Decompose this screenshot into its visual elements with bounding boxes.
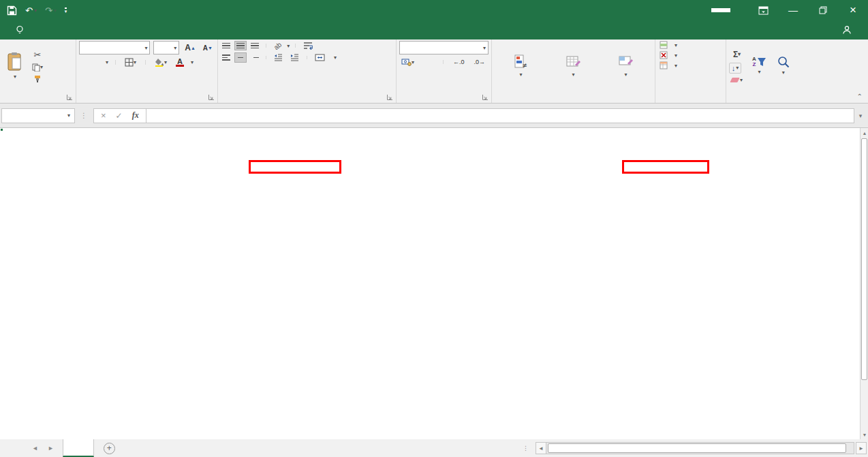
minimize-button[interactable]: — [778, 0, 808, 20]
sort-filter-button[interactable]: AZ ▾ [749, 57, 770, 76]
svg-text:≠: ≠ [523, 61, 527, 69]
annotation-box-composition [249, 160, 341, 174]
decrease-decimal-icon[interactable]: .0→ [472, 58, 488, 66]
cut-icon[interactable]: ✂ [30, 49, 45, 61]
person-icon [842, 25, 852, 35]
enter-icon[interactable]: ✓ [116, 111, 123, 121]
font-name-select[interactable]: ▾ [79, 41, 150, 54]
restore-button[interactable] [808, 0, 838, 20]
expand-formula-bar-icon[interactable]: ▾ [854, 112, 867, 119]
italic-button[interactable] [88, 62, 92, 63]
fill-color-icon[interactable]: ▾ [153, 57, 169, 67]
merge-center-icon[interactable] [313, 53, 327, 62]
clear-icon[interactable]: ▾ [729, 76, 745, 84]
formula-input[interactable] [146, 108, 854, 123]
cell-styles-icon [618, 54, 634, 70]
increase-font-icon[interactable]: A▲ [183, 42, 198, 53]
redo-button[interactable]: ↷▾ [45, 5, 57, 16]
dialog-launcher-number[interactable] [482, 95, 488, 101]
group-editing: Σ ▾ ↓▾ ▾ AZ ▾ ▾ ⌃ [726, 40, 868, 103]
dialog-launcher-alignment[interactable] [386, 95, 392, 101]
sheet-nav-right-icon[interactable]: ► [43, 439, 59, 457]
paste-button[interactable]: ▾ [3, 52, 27, 81]
horizontal-scrollbar[interactable] [546, 442, 854, 454]
dialog-launcher-clipboard[interactable] [66, 95, 72, 101]
increase-decimal-icon[interactable]: ←.0 [451, 58, 467, 66]
vertical-scroll-thumb[interactable] [861, 138, 867, 380]
sheet-tab-composicoes[interactable] [63, 439, 94, 457]
group-font: ▾ ▾ A▲ A▼ ▾ ▾ ▾ A▾ [76, 40, 218, 103]
worksheet: ▲ ▼ [0, 128, 868, 439]
customize-qat-button[interactable]: ▾ [65, 7, 67, 13]
delete-cells-button[interactable]: ▾ [660, 51, 677, 59]
horizontal-scroll-thumb[interactable] [548, 443, 846, 453]
autosum-icon[interactable]: Σ ▾ [729, 49, 745, 60]
comma-style-icon[interactable] [431, 61, 435, 63]
scroll-up-icon[interactable]: ▲ [861, 128, 868, 138]
fill-handle[interactable] [0, 128, 3, 131]
copy-icon[interactable]: ▾ [30, 63, 45, 72]
magnifier-icon [777, 56, 790, 68]
hscroll-left-icon[interactable]: ◄ [536, 442, 546, 454]
align-bottom-icon[interactable] [249, 42, 260, 50]
sort-filter-icon: AZ [752, 57, 766, 67]
align-left-icon[interactable] [221, 53, 232, 62]
lightbulb-icon [15, 25, 25, 35]
group-alignment: ab▾ ▾ [218, 40, 397, 103]
insert-function-icon[interactable]: fx [132, 110, 139, 121]
group-number: ▾ ▾ ←.0 .0→ [397, 40, 492, 103]
borders-icon[interactable]: ▾ [123, 57, 138, 67]
ribbon-tab-bar [0, 20, 868, 40]
sign-in-button[interactable] [711, 8, 730, 12]
percent-style-icon[interactable] [422, 61, 426, 63]
increase-indent-icon[interactable] [288, 53, 301, 62]
underline-button[interactable] [97, 62, 101, 63]
fill-icon[interactable]: ↓▾ [729, 63, 741, 74]
cell-styles-button[interactable]: ▾ [615, 54, 638, 79]
align-center-icon[interactable] [235, 53, 246, 62]
format-painter-icon[interactable] [30, 74, 45, 84]
decrease-font-icon[interactable]: A▼ [201, 44, 215, 52]
ribbon-display-options-button[interactable] [748, 0, 778, 20]
dialog-launcher-font[interactable] [208, 95, 214, 101]
number-format-select[interactable]: ▾ [399, 41, 489, 54]
format-as-table-button[interactable]: ▾ [562, 54, 585, 79]
tell-me-box[interactable] [15, 20, 29, 40]
share-button[interactable] [842, 20, 868, 40]
annotation-box-insumos [622, 160, 709, 174]
active-cell-outline[interactable] [0, 128, 3, 131]
find-select-button[interactable]: ▾ [774, 56, 793, 77]
font-color-icon[interactable]: A [174, 57, 186, 67]
formula-bar-splitter[interactable]: ⋮ [80, 112, 88, 119]
font-size-select[interactable]: ▾ [153, 41, 179, 54]
undo-button[interactable]: ↶▾ [25, 5, 37, 16]
scroll-down-icon[interactable]: ▼ [861, 430, 868, 439]
insert-cells-button[interactable]: ▾ [660, 41, 677, 49]
format-as-table-icon [565, 54, 582, 70]
decrease-indent-icon[interactable] [272, 53, 285, 62]
conditional-formatting-icon: ≠ [513, 54, 529, 70]
vertical-scrollbar[interactable]: ▲ ▼ [860, 128, 868, 439]
accounting-format-icon[interactable]: ▾ [399, 57, 416, 67]
close-button[interactable]: × [838, 0, 868, 20]
cancel-icon[interactable]: × [101, 110, 106, 121]
align-middle-icon[interactable] [235, 42, 246, 50]
align-right-icon[interactable] [249, 53, 260, 62]
save-icon[interactable] [7, 5, 17, 16]
wrap-text-icon[interactable] [301, 41, 315, 50]
sheet-tab-bar: ◄ ► + ⋮ ◄ ► [0, 439, 868, 457]
title-bar: ↶▾ ↷▾ ▾ — × [0, 0, 868, 20]
name-box[interactable]: ▾ [1, 108, 75, 123]
bold-button[interactable] [79, 62, 83, 63]
conditional-formatting-button[interactable]: ≠ ▾ [510, 54, 533, 79]
collapse-ribbon-icon[interactable]: ⌃ [857, 93, 863, 100]
orientation-icon[interactable]: ab [270, 39, 285, 53]
hscroll-right-icon[interactable]: ► [856, 442, 867, 454]
new-sheet-button[interactable]: + [104, 443, 115, 454]
group-cells: ▾ ▾ ▾ [655, 40, 726, 103]
align-top-icon[interactable] [221, 42, 232, 50]
formula-bar: ▾ ⋮ × ✓ fx ▾ [0, 104, 868, 128]
format-cells-button[interactable]: ▾ [660, 61, 677, 69]
sheet-nav-left-icon[interactable]: ◄ [27, 439, 43, 457]
tab-scroll-splitter[interactable]: ⋮ [523, 445, 529, 452]
